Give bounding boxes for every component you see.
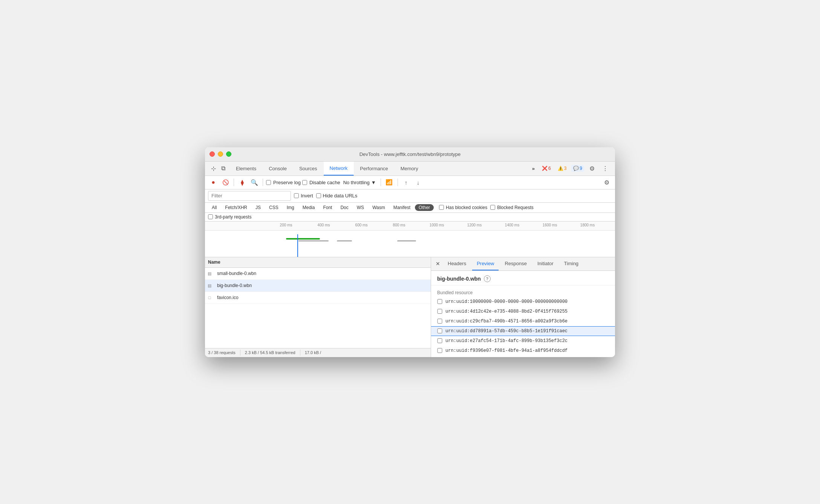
bundled-item-text-2: urn:uuid:4d12c42e-e735-4088-8bd2-0f415f7…: [445, 309, 568, 314]
more-menu-icon[interactable]: ⋮: [600, 163, 610, 174]
tab-memory[interactable]: Memory: [395, 162, 425, 176]
bundled-item-checkbox-5[interactable]: [437, 338, 442, 343]
bundled-item-5[interactable]: urn:uuid:e27afc54-171b-4afc-899b-93b135e…: [431, 336, 615, 346]
third-party-input[interactable]: [208, 214, 213, 219]
type-btn-media[interactable]: Media: [299, 204, 319, 211]
tick-400ms: 400 ms: [318, 221, 330, 227]
tab-performance[interactable]: Performance: [354, 162, 394, 176]
detail-tab-initiator[interactable]: Initiator: [533, 257, 558, 270]
third-party-bar: 3rd-party requests: [205, 213, 615, 221]
disable-cache-checkbox[interactable]: Disable cache: [302, 180, 340, 185]
detail-tab-response[interactable]: Response: [500, 257, 531, 270]
blocked-requests-checkbox[interactable]: Blocked Requests: [490, 205, 534, 210]
type-btn-js[interactable]: JS: [252, 204, 265, 211]
type-filter-bar: All Fetch/XHR JS CSS Img Media Font Doc …: [205, 203, 615, 213]
invert-checkbox[interactable]: Invert: [294, 193, 313, 199]
detail-title: big-bundle-0.wbn ?: [431, 271, 615, 286]
device-icon[interactable]: ⧉: [219, 163, 228, 174]
bundled-item-checkbox-2[interactable]: [437, 309, 442, 314]
network-toolbar: ● 🚫 ⧫ 🔍 Preserve log Disable cache No th…: [205, 176, 615, 189]
type-btn-img[interactable]: Img: [283, 204, 298, 211]
network-settings-icon[interactable]: ⚙: [601, 177, 612, 188]
status-sep-1: [240, 350, 240, 356]
status-bar: 3 / 38 requests 2.3 kB / 54.5 kB transfe…: [205, 348, 431, 357]
status-transferred: 2.3 kB / 54.5 kB transferred: [245, 350, 295, 355]
minimize-button[interactable]: [218, 151, 223, 157]
requests-list: Name ▤ small-bundle-0.wbn ▤ big-bundle-0…: [205, 257, 431, 357]
filter-input[interactable]: [208, 191, 291, 201]
bundled-label: Bundled resource: [431, 287, 615, 297]
detail-content: big-bundle-0.wbn ? Bundled resource urn:…: [431, 271, 615, 357]
console-badge[interactable]: 💬 9: [571, 165, 584, 172]
bundled-item-2[interactable]: urn:uuid:4d12c42e-e735-4088-8bd2-0f415f7…: [431, 307, 615, 316]
detail-tab-timing[interactable]: Timing: [560, 257, 583, 270]
tab-network[interactable]: Network: [324, 162, 354, 176]
type-btn-css[interactable]: CSS: [265, 204, 282, 211]
detail-close-button[interactable]: ✕: [434, 260, 442, 267]
third-party-checkbox[interactable]: 3rd-party requests: [208, 214, 251, 220]
type-btn-other[interactable]: Other: [415, 204, 434, 211]
bundled-item-checkbox-4[interactable]: [437, 328, 442, 333]
request-name-small-bundle: small-bundle-0.wbn: [214, 271, 431, 276]
throttle-selector[interactable]: No throttling ▼: [342, 179, 378, 186]
timeline-area: 200 ms 400 ms 600 ms 800 ms 1000 ms 1200…: [205, 221, 615, 257]
type-btn-ws[interactable]: WS: [353, 204, 368, 211]
tick-1600ms: 1600 ms: [543, 221, 557, 227]
request-row-favicon[interactable]: □ favicon.ico: [205, 292, 431, 304]
status-requests: 3 / 38 requests: [208, 350, 236, 355]
bundled-item-1[interactable]: urn:uuid:10000000-0000-0000-0000-0000000…: [431, 297, 615, 307]
preserve-log-input[interactable]: [266, 180, 271, 185]
tab-sources[interactable]: Sources: [293, 162, 324, 176]
type-btn-doc[interactable]: Doc: [337, 204, 352, 211]
type-btn-font[interactable]: Font: [319, 204, 336, 211]
type-btn-fetch-xhr[interactable]: Fetch/XHR: [221, 204, 251, 211]
request-name-big-bundle: big-bundle-0.wbn: [214, 283, 431, 288]
tab-console[interactable]: Console: [263, 162, 293, 176]
bundled-item-4[interactable]: urn:uuid:dd78991a-57db-459c-b8b5-1e191f9…: [431, 326, 615, 336]
type-btn-all[interactable]: All: [208, 204, 220, 211]
bundled-item-text-5: urn:uuid:e27afc54-171b-4afc-899b-93b135e…: [445, 338, 568, 344]
has-blocked-cookies-input[interactable]: [439, 205, 444, 210]
wifi-icon[interactable]: 📶: [384, 177, 395, 188]
upload-icon[interactable]: ↑: [401, 177, 412, 188]
record-button[interactable]: ●: [208, 177, 219, 188]
settings-icon[interactable]: ⚙: [587, 163, 597, 174]
throttle-dropdown-icon: ▼: [371, 180, 376, 185]
requests-panel: Name ▤ small-bundle-0.wbn ▤ big-bundle-0…: [205, 257, 615, 357]
bundled-item-3[interactable]: urn:uuid:c29cfba7-490b-4571-8656-a002a9f…: [431, 316, 615, 326]
has-blocked-cookies-checkbox[interactable]: Has blocked cookies: [439, 205, 487, 210]
type-btn-wasm[interactable]: Wasm: [369, 204, 389, 211]
detail-tab-preview[interactable]: Preview: [472, 257, 499, 270]
stop-recording-button[interactable]: 🚫: [220, 177, 231, 188]
disable-cache-input[interactable]: [302, 180, 307, 185]
search-button[interactable]: 🔍: [249, 177, 260, 188]
hide-data-urls-checkbox[interactable]: Hide data URLs: [316, 193, 358, 199]
timeline-bar-big-bundle-3: [397, 240, 416, 241]
devtools-window: DevTools - www.jefftk.com/test/wbn9/prot…: [205, 147, 615, 357]
download-icon[interactable]: ↓: [413, 177, 424, 188]
window-title: DevTools - www.jefftk.com/test/wbn9/prot…: [360, 151, 461, 157]
tab-elements[interactable]: Elements: [230, 162, 263, 176]
maximize-button[interactable]: [226, 151, 231, 157]
request-row-big-bundle[interactable]: ▤ big-bundle-0.wbn: [205, 280, 431, 292]
type-btn-manifest[interactable]: Manifest: [390, 204, 414, 211]
invert-input[interactable]: [294, 193, 299, 198]
bundled-item-checkbox-6[interactable]: [437, 348, 442, 353]
detail-tab-headers[interactable]: Headers: [443, 257, 471, 270]
blocked-requests-input[interactable]: [490, 205, 495, 210]
hide-data-urls-input[interactable]: [316, 193, 321, 198]
tick-1800ms: 1800 ms: [580, 221, 595, 227]
type-filter-extra: Has blocked cookies Blocked Requests: [439, 205, 534, 210]
bundled-item-checkbox-3[interactable]: [437, 319, 442, 324]
preserve-log-checkbox[interactable]: Preserve log: [266, 180, 301, 185]
detail-help-icon[interactable]: ?: [484, 275, 491, 282]
bundled-item-checkbox-1[interactable]: [437, 299, 442, 304]
request-name-favicon: favicon.ico: [214, 295, 431, 300]
more-tabs-button[interactable]: »: [530, 165, 537, 172]
close-button[interactable]: [210, 151, 215, 157]
filter-button[interactable]: ⧫: [237, 177, 248, 188]
bundled-item-6[interactable]: urn:uuid:f9396e07-f081-4bfe-94a1-a8f954f…: [431, 346, 615, 356]
cursor-icon[interactable]: ⊹: [209, 163, 218, 174]
detail-panel: ✕ Headers Preview Response Initiator Tim…: [431, 257, 615, 357]
request-row-small-bundle[interactable]: ▤ small-bundle-0.wbn: [205, 268, 431, 280]
